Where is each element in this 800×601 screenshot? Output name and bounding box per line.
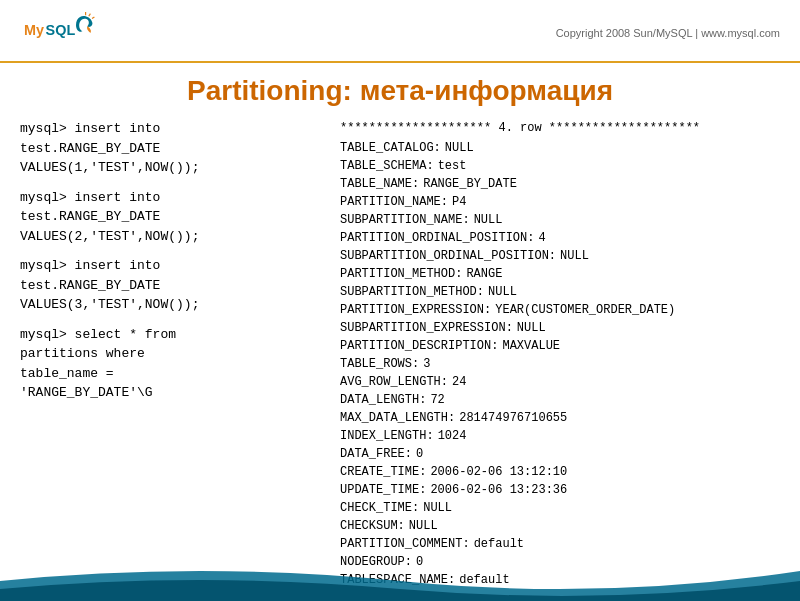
field-label: PARTITION_NAME: (340, 193, 448, 211)
field-value: 3 (423, 355, 430, 373)
sql-line: test.RANGE_BY_DATE (20, 139, 320, 159)
field-label: PARTITION_DESCRIPTION: (340, 337, 498, 355)
field-value: 0 (416, 445, 423, 463)
field-label: DATA_FREE: (340, 445, 412, 463)
copyright-text: Copyright 2008 Sun/MySQL | www.mysql.com (556, 27, 780, 39)
slide-title: Partitioning: мета-информация (0, 63, 800, 115)
sql-line: mysql> select * from (20, 325, 320, 345)
partition-field-row: PARTITION_ORDINAL_POSITION: 4 (340, 229, 780, 247)
svg-line-4 (92, 17, 94, 19)
partition-field-row: PARTITION_EXPRESSION: YEAR(CUSTOMER_ORDE… (340, 301, 780, 319)
field-value: NULL (409, 517, 438, 535)
field-label: TABLE_SCHEMA: (340, 157, 434, 175)
field-label: CHECK_TIME: (340, 499, 419, 517)
field-label: CREATE_TIME: (340, 463, 426, 481)
sql-block: mysql> insert into test.RANGE_BY_DATE VA… (20, 119, 320, 178)
sql-block: mysql> insert into test.RANGE_BY_DATE VA… (20, 256, 320, 315)
svg-line-3 (89, 14, 91, 16)
field-label: INDEX_LENGTH: (340, 427, 434, 445)
field-label: PARTITION_METHOD: (340, 265, 462, 283)
sql-line: test.RANGE_BY_DATE (20, 207, 320, 227)
sql-block: mysql> select * from partitions where ta… (20, 325, 320, 403)
svg-text:SQL: SQL (46, 22, 76, 38)
partition-field-row: SUBPARTITION_ORDINAL_POSITION: NULL (340, 247, 780, 265)
field-value: NULL (517, 319, 546, 337)
partition-info-column: ********************* 4. row ***********… (340, 115, 780, 589)
partition-field-row: TABLE_ROWS: 3 (340, 355, 780, 373)
field-label: SUBPARTITION_METHOD: (340, 283, 484, 301)
field-value: NULL (474, 211, 503, 229)
partition-field-row: PARTITION_DESCRIPTION: MAXVALUE (340, 337, 780, 355)
partition-field-row: PARTITION_NAME: P4 (340, 193, 780, 211)
field-value: 2006-02-06 13:23:36 (430, 481, 567, 499)
field-label: TABLE_ROWS: (340, 355, 419, 373)
partition-field-row: CREATE_TIME: 2006-02-06 13:12:10 (340, 463, 780, 481)
partition-field-row: CHECK_TIME: NULL (340, 499, 780, 517)
field-value: test (438, 157, 467, 175)
page-header: My SQL Copyright 2008 Sun/MySQL | www.my… (0, 0, 800, 63)
partition-field-row: MAX_DATA_LENGTH: 281474976710655 (340, 409, 780, 427)
partition-field-row: CHECKSUM: NULL (340, 517, 780, 535)
partition-field-row: UPDATE_TIME: 2006-02-06 13:23:36 (340, 481, 780, 499)
partition-field-row: AVG_ROW_LENGTH: 24 (340, 373, 780, 391)
field-label: TABLE_CATALOG: (340, 139, 441, 157)
sql-commands-column: mysql> insert into test.RANGE_BY_DATE VA… (20, 115, 320, 589)
sql-line: 'RANGE_BY_DATE'\G (20, 383, 320, 403)
field-value: P4 (452, 193, 466, 211)
sql-line: mysql> insert into (20, 188, 320, 208)
partition-field-row: PARTITION_METHOD: RANGE (340, 265, 780, 283)
partition-field-row: INDEX_LENGTH: 1024 (340, 427, 780, 445)
field-label: PARTITION_EXPRESSION: (340, 301, 491, 319)
sql-block: mysql> insert into test.RANGE_BY_DATE VA… (20, 188, 320, 247)
sql-line: partitions where (20, 344, 320, 364)
partition-field-row: SUBPARTITION_METHOD: NULL (340, 283, 780, 301)
title-russian: мета-информация (352, 75, 613, 106)
partition-field-row: TABLE_SCHEMA: test (340, 157, 780, 175)
field-value: NULL (488, 283, 517, 301)
field-label: CHECKSUM: (340, 517, 405, 535)
field-value: 281474976710655 (459, 409, 567, 427)
title-heading: Partitioning: мета-информация (20, 75, 780, 107)
field-label: SUBPARTITION_EXPRESSION: (340, 319, 513, 337)
partition-header-row: ********************* 4. row ***********… (340, 119, 780, 137)
title-bold: Partitioning: (187, 75, 352, 106)
field-value: MAXVALUE (502, 337, 560, 355)
field-value: NULL (423, 499, 452, 517)
bottom-decoration (0, 551, 800, 601)
field-label: DATA_LENGTH: (340, 391, 426, 409)
sql-line: VALUES(1,'TEST',NOW()); (20, 158, 320, 178)
field-value: 1024 (438, 427, 467, 445)
field-value: 72 (430, 391, 444, 409)
field-value: RANGE_BY_DATE (423, 175, 517, 193)
svg-text:My: My (24, 22, 44, 38)
sql-line: VALUES(2,'TEST',NOW()); (20, 227, 320, 247)
partition-field-row: SUBPARTITION_NAME: NULL (340, 211, 780, 229)
sql-line: table_name = (20, 364, 320, 384)
field-label: SUBPARTITION_NAME: (340, 211, 470, 229)
sql-line: VALUES(3,'TEST',NOW()); (20, 295, 320, 315)
field-value: NULL (560, 247, 589, 265)
field-label: TABLE_NAME: (340, 175, 419, 193)
sql-line: test.RANGE_BY_DATE (20, 276, 320, 296)
field-label: SUBPARTITION_ORDINAL_POSITION: (340, 247, 556, 265)
field-label: MAX_DATA_LENGTH: (340, 409, 455, 427)
field-value: RANGE (466, 265, 502, 283)
sql-line: mysql> insert into (20, 119, 320, 139)
mysql-logo: My SQL (20, 10, 100, 55)
field-value: 4 (538, 229, 545, 247)
field-value: YEAR(CUSTOMER_ORDER_DATE) (495, 301, 675, 319)
field-value: 24 (452, 373, 466, 391)
field-label: PARTITION_ORDINAL_POSITION: (340, 229, 534, 247)
partition-field-row: DATA_FREE: 0 (340, 445, 780, 463)
field-label: AVG_ROW_LENGTH: (340, 373, 448, 391)
partition-field-row: SUBPARTITION_EXPRESSION: NULL (340, 319, 780, 337)
field-label: UPDATE_TIME: (340, 481, 426, 499)
field-value: NULL (445, 139, 474, 157)
partition-field-row: TABLE_CATALOG: NULL (340, 139, 780, 157)
logo-area: My SQL (20, 10, 100, 55)
content-area: mysql> insert into test.RANGE_BY_DATE VA… (0, 115, 800, 589)
partition-field-row: TABLE_NAME: RANGE_BY_DATE (340, 175, 780, 193)
sql-line: mysql> insert into (20, 256, 320, 276)
partition-field-row: DATA_LENGTH: 72 (340, 391, 780, 409)
field-value: 2006-02-06 13:12:10 (430, 463, 567, 481)
